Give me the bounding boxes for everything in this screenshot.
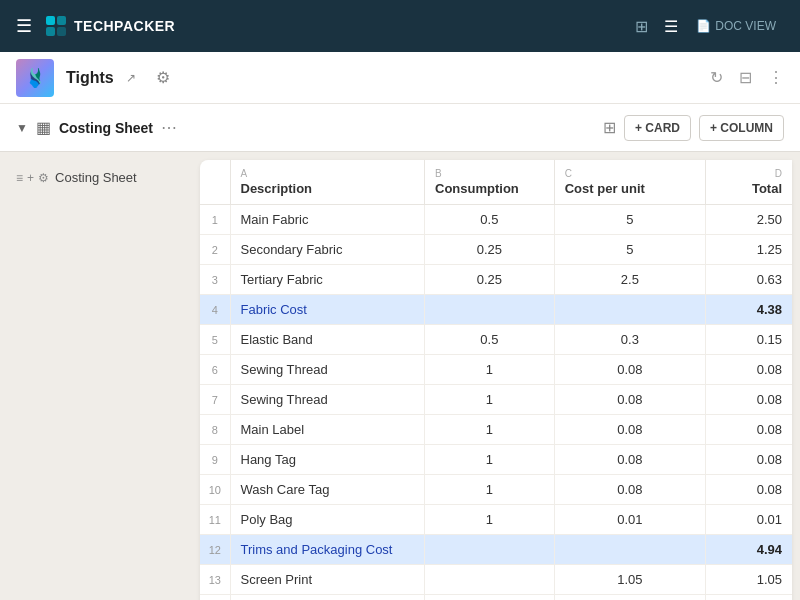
list-view-button[interactable]: ☰	[658, 13, 684, 40]
sub-nav-right: ⊞ + CARD + COLUMN	[603, 115, 784, 141]
row-consumption	[425, 565, 555, 595]
row-number: 11	[200, 505, 230, 535]
row-cost-per-unit: 0.01	[554, 505, 705, 535]
product-header: 🩱 Tights ↗ ⚙ ↻ ⊟ ⋮	[0, 52, 800, 104]
row-description: Secondary Fabric	[230, 235, 425, 265]
row-cost-per-unit: 0.3	[554, 325, 705, 355]
row-consumption: 0.5	[425, 325, 555, 355]
sub-nav-left: ▼ ▦ Costing Sheet ⋯	[16, 118, 593, 137]
col-description-header: A Description	[230, 160, 425, 205]
columns-icon[interactable]: ⊞	[603, 118, 616, 137]
filter-icon[interactable]: ⊟	[739, 68, 752, 87]
table-row[interactable]: 10Wash Care Tag10.080.08	[200, 475, 792, 505]
svg-rect-0	[46, 16, 55, 25]
row-description: Hang Tag	[230, 445, 425, 475]
col-total-header: D Total	[706, 160, 792, 205]
row-cost-per-unit: 1.05	[554, 565, 705, 595]
drag-icon[interactable]: ≡	[16, 171, 23, 185]
row-cost-per-unit	[554, 295, 705, 325]
col-num-header	[200, 160, 230, 205]
hamburger-menu-icon[interactable]: ☰	[16, 15, 32, 37]
row-number: 4	[200, 295, 230, 325]
left-sidebar: ≡ + ⚙ Costing Sheet	[0, 152, 200, 600]
row-number: 5	[200, 325, 230, 355]
table-row[interactable]: 5Elastic Band0.50.30.15	[200, 325, 792, 355]
row-description: Main Fabric	[230, 205, 425, 235]
row-consumption: 1	[425, 445, 555, 475]
row-number: 1	[200, 205, 230, 235]
grid-view-button[interactable]: ⊞	[629, 13, 654, 40]
table-row[interactable]: 13Screen Print1.051.05	[200, 565, 792, 595]
section-more-icon[interactable]: ⋯	[161, 118, 177, 137]
row-description: CMT	[230, 595, 425, 601]
app-logo: TECHPACKER	[44, 14, 175, 38]
row-number: 8	[200, 415, 230, 445]
row-total: 0.08	[706, 385, 792, 415]
add-card-button[interactable]: + CARD	[624, 115, 691, 141]
row-total: 4.94	[706, 535, 792, 565]
row-consumption: 0.25	[425, 265, 555, 295]
row-description: Fabric Cost	[230, 295, 425, 325]
add-column-button[interactable]: + COLUMN	[699, 115, 784, 141]
row-cost-per-unit: 0.08	[554, 415, 705, 445]
view-toggle: ⊞ ☰ 📄 DOC VIEW	[629, 13, 784, 40]
row-description: Wash Care Tag	[230, 475, 425, 505]
table-row[interactable]: 6Sewing Thread10.080.08	[200, 355, 792, 385]
row-description: Main Label	[230, 415, 425, 445]
row-consumption: 1	[425, 385, 555, 415]
breadcrumb-chevron-icon[interactable]: ▼	[16, 121, 28, 135]
row-number: 10	[200, 475, 230, 505]
svg-rect-2	[46, 27, 55, 36]
row-cost-per-unit: 5	[554, 205, 705, 235]
row-cost-per-unit: 1.00	[554, 595, 705, 601]
svg-rect-3	[57, 27, 66, 36]
row-consumption	[425, 535, 555, 565]
table-row[interactable]: 12Trims and Packaging Cost4.94	[200, 535, 792, 565]
table-row[interactable]: 4Fabric Cost4.38	[200, 295, 792, 325]
row-number: 3	[200, 265, 230, 295]
sidebar-item-costing-sheet[interactable]: ≡ + ⚙ Costing Sheet	[8, 164, 192, 191]
logo-icon	[44, 14, 68, 38]
sidebar-item-label: Costing Sheet	[55, 170, 137, 185]
table-row[interactable]: 7Sewing Thread10.080.08	[200, 385, 792, 415]
row-cost-per-unit: 0.08	[554, 355, 705, 385]
row-consumption: 1	[425, 505, 555, 535]
row-consumption: 0.25	[425, 235, 555, 265]
table-row[interactable]: 14CMT1.001.00	[200, 595, 792, 601]
sidebar-item-actions: ≡ + ⚙	[16, 171, 49, 185]
row-number: 9	[200, 445, 230, 475]
row-total: 4.38	[706, 295, 792, 325]
row-total: 0.15	[706, 325, 792, 355]
refresh-icon[interactable]: ↻	[710, 68, 723, 87]
row-consumption: 1	[425, 355, 555, 385]
doc-icon: 📄	[696, 19, 711, 33]
table-row[interactable]: 2Secondary Fabric0.2551.25	[200, 235, 792, 265]
main-content: ≡ + ⚙ Costing Sheet A Description B Cons…	[0, 152, 800, 600]
row-description: Sewing Thread	[230, 385, 425, 415]
product-thumbnail: 🩱	[16, 59, 54, 97]
table-row[interactable]: 9Hang Tag10.080.08	[200, 445, 792, 475]
table-row[interactable]: 1Main Fabric0.552.50	[200, 205, 792, 235]
more-options-icon[interactable]: ⋮	[768, 68, 784, 87]
external-link-icon[interactable]: ↗	[126, 71, 136, 85]
add-icon[interactable]: +	[27, 171, 34, 185]
row-total: 0.08	[706, 445, 792, 475]
top-navigation: ☰ TECHPACKER ⊞ ☰ 📄 DOC VIEW	[0, 0, 800, 52]
col-consumption-header: B Consumption	[425, 160, 555, 205]
row-number: 12	[200, 535, 230, 565]
row-cost-per-unit: 0.08	[554, 445, 705, 475]
settings-icon[interactable]: ⚙	[156, 68, 170, 87]
row-total: 1.25	[706, 235, 792, 265]
costing-table-container: A Description B Consumption C Cost per u…	[200, 160, 792, 600]
settings-icon[interactable]: ⚙	[38, 171, 49, 185]
row-number: 6	[200, 355, 230, 385]
row-description: Poly Bag	[230, 505, 425, 535]
doc-view-button[interactable]: 📄 DOC VIEW	[688, 15, 784, 37]
table-row[interactable]: 11Poly Bag10.010.01	[200, 505, 792, 535]
row-number: 14	[200, 595, 230, 601]
table-row[interactable]: 8Main Label10.080.08	[200, 415, 792, 445]
product-name: Tights	[66, 69, 114, 87]
table-row[interactable]: 3Tertiary Fabric0.252.50.63	[200, 265, 792, 295]
row-cost-per-unit: 0.08	[554, 475, 705, 505]
costing-table: A Description B Consumption C Cost per u…	[200, 160, 792, 600]
